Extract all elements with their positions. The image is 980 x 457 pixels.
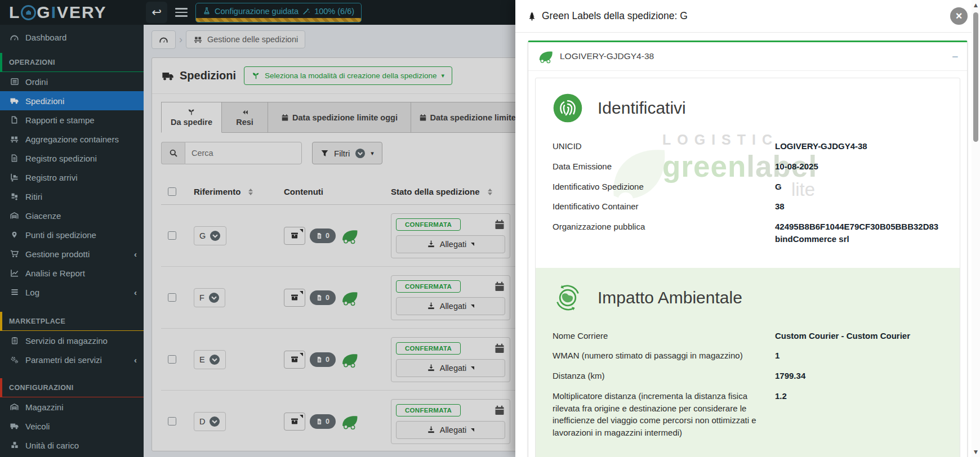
section-heading: Identificativi bbox=[598, 98, 686, 118]
identificativi-section: LOGISTIC greenlabel lite Identificativi … bbox=[536, 78, 960, 268]
kv-row: Data Emissione10-08-2025 bbox=[553, 160, 943, 173]
scroll-up-icon[interactable]: ▲ bbox=[972, 2, 980, 8]
green-label-id: LOGIVERY-GJDGY4-38 bbox=[560, 51, 654, 61]
fingerprint-icon bbox=[553, 93, 583, 123]
kv-row: Moltiplicatore distanza (incrementa la d… bbox=[553, 390, 943, 439]
kv-row: Nome CorriereCustom Courier - Custom Cou… bbox=[553, 330, 943, 342]
close-icon[interactable]: × bbox=[950, 7, 968, 25]
tree-icon bbox=[528, 11, 536, 21]
modal-title: Green Labels della spedizione: G bbox=[528, 10, 688, 22]
green-label-card: LOGIVERY-GJDGY4-38 – LOGISTIC greenlabel… bbox=[528, 41, 968, 457]
kv-row: Distanza (km)1799.34 bbox=[553, 370, 943, 382]
page-scrollbar[interactable]: ▲ ▼ bbox=[972, 0, 980, 457]
modal-body: LOGIVERY-GJDGY4-38 – LOGISTIC greenlabel… bbox=[515, 33, 980, 457]
kv-row: WMAN (numero stimato di passaggi in maga… bbox=[553, 350, 943, 362]
globe-recycle-icon bbox=[553, 283, 583, 313]
impatto-ambientale-section: Impatto Ambientale Nome CorriereCustom C… bbox=[536, 268, 960, 457]
kv-row: Identificativo Container38 bbox=[553, 200, 943, 213]
minus-icon[interactable]: – bbox=[952, 50, 958, 62]
section-heading: Impatto Ambientale bbox=[598, 288, 742, 307]
scroll-down-icon[interactable]: ▼ bbox=[972, 449, 980, 455]
leaf-truck-icon bbox=[537, 49, 554, 64]
kv-row: Identificativo SpedizioneG bbox=[553, 181, 943, 193]
kv-row: UNICIDLOGIVERY-GJDGY4-38 bbox=[553, 140, 943, 153]
green-labels-modal: Green Labels della spedizione: G × LOGIV… bbox=[515, 0, 980, 457]
kv-row: Organizzazione pubblica42495B8B6F1044E79… bbox=[553, 221, 943, 245]
scrollbar-thumb[interactable] bbox=[973, 12, 978, 142]
